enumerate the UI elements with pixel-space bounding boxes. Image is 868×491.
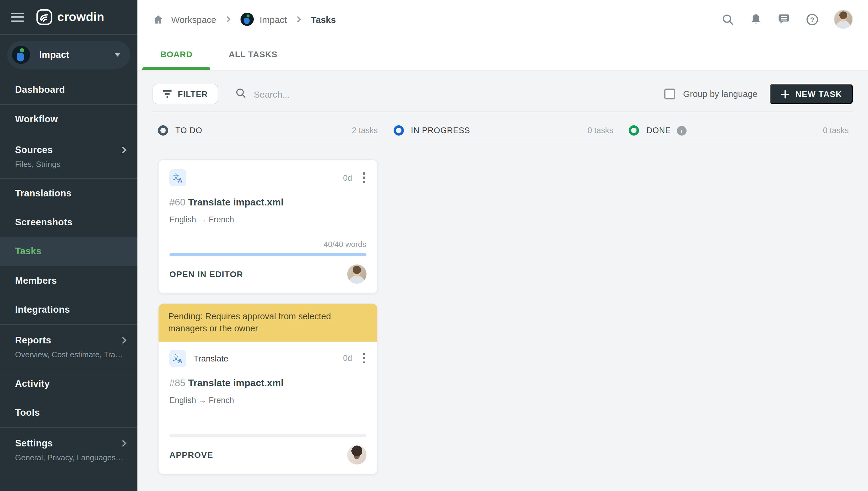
sidebar-item-settings[interactable]: Settings General, Privacy, Languages, Q.… — [0, 428, 137, 472]
assignee-avatar — [347, 445, 366, 464]
sidebar-item-sources[interactable]: Sources Files, Strings — [0, 134, 137, 178]
sidebar-item-dashboard[interactable]: Dashboard — [0, 75, 137, 104]
column-done: DONE i 0 tasks — [629, 125, 849, 474]
breadcrumb: Workspace Impact Tasks — [137, 0, 868, 38]
crowdin-logo[interactable]: crowdin — [36, 9, 104, 25]
sidebar-item-translations[interactable]: Translations — [0, 179, 137, 208]
breadcrumb-current: Tasks — [311, 14, 336, 24]
task-card-85[interactable]: Pending: Requires approval from selected… — [158, 303, 377, 474]
task-languages: English → French — [169, 396, 366, 405]
task-languages: English → French — [169, 215, 366, 224]
task-card-60[interactable]: 文A 0d #60 Translate impact.xml English → — [158, 159, 377, 294]
task-words-progress — [169, 420, 366, 430]
tabs: BOARD ALL TASKS — [137, 38, 868, 70]
progress-bar — [169, 253, 366, 256]
sidebar-item-reports-sub: Overview, Cost estimate, Transl... — [15, 350, 125, 359]
chevron-right-icon — [120, 337, 127, 344]
search-input[interactable] — [254, 89, 447, 99]
translate-task-icon: 文A — [169, 350, 186, 367]
filter-icon — [163, 90, 172, 97]
column-todo-header: TO DO 2 tasks — [158, 125, 377, 143]
group-by-language-toggle[interactable]: Group by language — [665, 89, 758, 99]
sidebar-item-screenshots[interactable]: Screenshots — [0, 208, 137, 237]
search-icon — [235, 87, 247, 101]
card-menu-button[interactable] — [362, 352, 366, 365]
sidebar-item-sources-sub: Files, Strings — [15, 160, 125, 168]
sidebar-item-activity[interactable]: Activity — [0, 369, 137, 398]
todo-cards: 文A 0d #60 Translate impact.xml English → — [158, 159, 377, 474]
page-header: Workspace Impact Tasks — [137, 0, 868, 70]
breadcrumb-project[interactable]: Impact — [260, 14, 287, 24]
group-by-language-checkbox[interactable] — [665, 89, 675, 99]
task-title: #85 Translate impact.xml — [169, 376, 366, 389]
notifications-bell-icon[interactable] — [750, 13, 762, 26]
sidebar-item-settings-sub: General, Privacy, Languages, Q... — [15, 453, 125, 462]
svg-text:?: ? — [810, 16, 814, 23]
todo-status-icon — [158, 125, 168, 136]
approve-button[interactable]: APPROVE — [169, 450, 213, 459]
search-icon[interactable] — [722, 13, 734, 26]
todo-count: 2 tasks — [352, 126, 378, 135]
task-title: #60 Translate impact.xml — [169, 196, 366, 209]
breadcrumb-project-avatar — [241, 13, 254, 26]
user-avatar[interactable] — [834, 10, 852, 28]
crowdin-wordmark: crowdin — [57, 10, 104, 24]
column-todo: TO DO 2 tasks 文A 0d — [158, 125, 377, 474]
column-done-header: DONE i 0 tasks — [629, 125, 849, 143]
task-type-label: Translate — [194, 353, 228, 363]
column-in-progress-header: IN PROGRESS 0 tasks — [393, 125, 613, 143]
new-task-button[interactable]: NEW TASK — [769, 84, 853, 104]
toolbar: FILTER Group by language NEW TASK — [152, 84, 853, 104]
done-count: 0 tasks — [823, 126, 849, 135]
crowdin-logo-icon — [36, 9, 52, 25]
sidebar-item-workflow[interactable]: Workflow — [0, 105, 137, 134]
help-icon[interactable]: ? — [806, 13, 818, 26]
task-words-progress: 40/40 words — [169, 240, 366, 250]
column-in-progress: IN PROGRESS 0 tasks — [393, 125, 613, 474]
project-selector-wrap: Impact — [0, 35, 137, 75]
sidebar-header: crowdin — [0, 0, 137, 34]
sidebar-item-integrations[interactable]: Integrations — [0, 295, 137, 324]
sidebar-item-tasks[interactable]: Tasks — [0, 237, 137, 266]
divider — [152, 112, 853, 112]
sidebar-item-reports[interactable]: Reports Overview, Cost estimate, Transl.… — [0, 325, 137, 369]
plus-icon — [780, 89, 789, 98]
progress-bar — [169, 433, 366, 436]
assignee-avatar — [347, 264, 366, 284]
card-menu-button[interactable] — [362, 171, 366, 184]
tab-all-tasks[interactable]: ALL TASKS — [211, 38, 296, 70]
translate-task-icon: 文A — [169, 169, 186, 186]
header-actions: ? — [722, 10, 852, 28]
progress-bar-fill — [169, 253, 366, 256]
open-in-editor-button[interactable]: OPEN IN EDITOR — [169, 269, 243, 279]
active-tab-underline — [142, 67, 211, 70]
project-selector[interactable]: Impact — [7, 41, 130, 69]
home-icon[interactable] — [152, 13, 164, 25]
in-progress-count: 0 tasks — [587, 126, 613, 135]
crowdin-tasks-page: crowdin Impact Dashboard Workflow Source… — [0, 0, 868, 491]
sidebar-nav: Dashboard Workflow Sources Files, String… — [0, 75, 137, 491]
chevron-right-icon — [120, 440, 127, 447]
project-name: Impact — [39, 49, 69, 60]
breadcrumb-workspace[interactable]: Workspace — [171, 14, 216, 24]
main-area: Workspace Impact Tasks — [137, 0, 868, 491]
content: FILTER Group by language NEW TASK — [137, 70, 868, 491]
hamburger-menu-icon[interactable] — [11, 13, 24, 22]
messages-icon[interactable] — [778, 13, 790, 25]
sidebar-item-members[interactable]: Members — [0, 266, 137, 295]
info-icon[interactable]: i — [677, 125, 687, 135]
tab-board[interactable]: BOARD — [142, 38, 211, 70]
task-board: TO DO 2 tasks 文A 0d — [158, 125, 849, 474]
sidebar-item-tools[interactable]: Tools — [0, 398, 137, 427]
filter-button[interactable]: FILTER — [152, 84, 218, 104]
svg-text:A: A — [178, 177, 183, 184]
done-status-icon — [629, 125, 639, 136]
svg-text:A: A — [178, 357, 183, 364]
due-badge: 0d — [343, 354, 352, 363]
chevron-down-icon — [114, 53, 120, 57]
group-by-language-label: Group by language — [683, 89, 758, 99]
pending-approval-banner: Pending: Requires approval from selected… — [159, 304, 377, 341]
due-badge: 0d — [343, 173, 352, 182]
project-avatar — [12, 46, 30, 64]
in-progress-status-icon — [393, 125, 403, 136]
